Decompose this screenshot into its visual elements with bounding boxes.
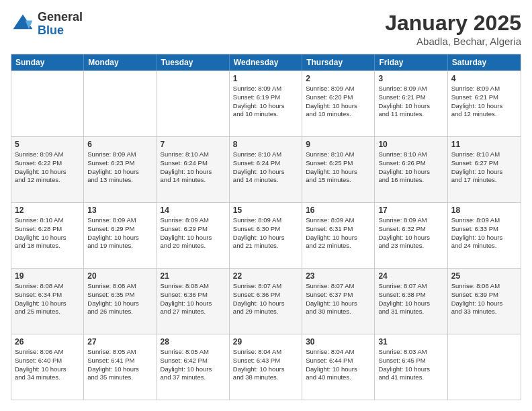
day-number: 27 <box>87 337 152 347</box>
day-number: 22 <box>233 271 298 281</box>
cal-cell-4-1: 19Sunrise: 8:08 AMSunset: 6:34 PMDayligh… <box>11 269 84 334</box>
page: General Blue January 2025 Abadla, Bechar… <box>0 0 532 411</box>
day-info-text: Sunrise: 8:07 AMSunset: 6:37 PMDaylight:… <box>306 282 357 315</box>
cal-header-cell-tuesday: Tuesday <box>157 54 230 71</box>
cal-cell-3-1: 12Sunrise: 8:10 AMSunset: 6:28 PMDayligh… <box>11 203 84 268</box>
cal-header-cell-saturday: Saturday <box>448 54 521 71</box>
day-info-text: Sunrise: 8:10 AMSunset: 6:27 PMDaylight:… <box>451 150 503 183</box>
cal-cell-2-6: 10Sunrise: 8:10 AMSunset: 6:26 PMDayligh… <box>375 137 447 202</box>
day-number: 8 <box>233 140 298 149</box>
title-block: January 2025 Abadla, Bechar, Algeria <box>385 11 521 47</box>
cal-cell-5-1: 26Sunrise: 8:06 AMSunset: 6:40 PMDayligh… <box>11 334 84 400</box>
day-info-text: Sunrise: 8:10 AMSunset: 6:25 PMDaylight:… <box>306 150 357 183</box>
cal-cell-1-3 <box>157 71 230 136</box>
day-number: 9 <box>306 140 371 149</box>
cal-cell-4-7: 25Sunrise: 8:06 AMSunset: 6:39 PMDayligh… <box>448 269 521 334</box>
day-info-text: Sunrise: 8:10 AMSunset: 6:26 PMDaylight:… <box>378 150 430 183</box>
cal-cell-1-6: 3Sunrise: 8:09 AMSunset: 6:21 PMDaylight… <box>375 71 447 136</box>
cal-cell-1-2 <box>84 71 157 136</box>
cal-cell-2-4: 8Sunrise: 8:10 AMSunset: 6:24 PMDaylight… <box>230 137 302 202</box>
cal-cell-2-7: 11Sunrise: 8:10 AMSunset: 6:27 PMDayligh… <box>448 137 521 202</box>
day-info-text: Sunrise: 8:09 AMSunset: 6:19 PMDaylight:… <box>233 85 285 118</box>
day-number: 20 <box>87 271 152 281</box>
cal-cell-4-6: 24Sunrise: 8:07 AMSunset: 6:38 PMDayligh… <box>375 269 447 334</box>
day-info-text: Sunrise: 8:09 AMSunset: 6:21 PMDaylight:… <box>451 85 503 118</box>
cal-cell-5-4: 29Sunrise: 8:04 AMSunset: 6:43 PMDayligh… <box>230 334 302 400</box>
calendar-row-2: 5Sunrise: 8:09 AMSunset: 6:22 PMDaylight… <box>11 136 521 202</box>
cal-cell-3-5: 16Sunrise: 8:09 AMSunset: 6:31 PMDayligh… <box>302 203 375 268</box>
day-number: 31 <box>378 337 443 347</box>
cal-cell-4-5: 23Sunrise: 8:07 AMSunset: 6:37 PMDayligh… <box>302 269 375 334</box>
day-info-text: Sunrise: 8:10 AMSunset: 6:28 PMDaylight:… <box>15 216 66 249</box>
cal-cell-2-1: 5Sunrise: 8:09 AMSunset: 6:22 PMDaylight… <box>11 137 84 202</box>
cal-cell-4-4: 22Sunrise: 8:07 AMSunset: 6:36 PMDayligh… <box>230 269 302 334</box>
day-info-text: Sunrise: 8:09 AMSunset: 6:30 PMDaylight:… <box>233 216 285 249</box>
cal-header-cell-sunday: Sunday <box>11 54 84 71</box>
logo-general: General <box>38 11 83 24</box>
cal-cell-1-7: 4Sunrise: 8:09 AMSunset: 6:21 PMDaylight… <box>448 71 521 136</box>
day-number: 16 <box>306 205 371 215</box>
cal-cell-5-5: 30Sunrise: 8:04 AMSunset: 6:44 PMDayligh… <box>302 334 375 400</box>
calendar-row-4: 19Sunrise: 8:08 AMSunset: 6:34 PMDayligh… <box>11 268 521 334</box>
day-number: 3 <box>378 74 443 83</box>
day-number: 5 <box>15 140 80 149</box>
cal-cell-3-2: 13Sunrise: 8:09 AMSunset: 6:29 PMDayligh… <box>84 203 157 268</box>
day-info-text: Sunrise: 8:09 AMSunset: 6:23 PMDaylight:… <box>87 150 139 183</box>
calendar-header-row: SundayMondayTuesdayWednesdayThursdayFrid… <box>11 54 521 71</box>
cal-cell-5-7 <box>448 334 521 400</box>
cal-cell-3-3: 14Sunrise: 8:09 AMSunset: 6:29 PMDayligh… <box>157 203 230 268</box>
cal-cell-2-2: 6Sunrise: 8:09 AMSunset: 6:23 PMDaylight… <box>84 137 157 202</box>
calendar: SundayMondayTuesdayWednesdayThursdayFrid… <box>11 54 521 400</box>
day-number: 29 <box>233 337 298 347</box>
day-info-text: Sunrise: 8:09 AMSunset: 6:31 PMDaylight:… <box>306 216 357 249</box>
day-info-text: Sunrise: 8:07 AMSunset: 6:38 PMDaylight:… <box>378 282 430 315</box>
day-info-text: Sunrise: 8:04 AMSunset: 6:43 PMDaylight:… <box>233 348 285 381</box>
day-number: 25 <box>451 271 517 281</box>
logo-text: General Blue <box>38 11 83 38</box>
header: General Blue January 2025 Abadla, Bechar… <box>11 11 521 47</box>
day-number: 13 <box>87 205 152 215</box>
cal-header-cell-monday: Monday <box>84 54 157 71</box>
day-number: 14 <box>161 205 226 215</box>
calendar-row-5: 26Sunrise: 8:06 AMSunset: 6:40 PMDayligh… <box>11 334 521 400</box>
day-info-text: Sunrise: 8:08 AMSunset: 6:34 PMDaylight:… <box>15 282 66 315</box>
day-number: 2 <box>306 74 371 83</box>
day-number: 10 <box>378 140 443 149</box>
day-info-text: Sunrise: 8:09 AMSunset: 6:22 PMDaylight:… <box>15 150 66 183</box>
cal-cell-3-4: 15Sunrise: 8:09 AMSunset: 6:30 PMDayligh… <box>230 203 302 268</box>
day-info-text: Sunrise: 8:09 AMSunset: 6:20 PMDaylight:… <box>306 85 357 118</box>
cal-header-cell-wednesday: Wednesday <box>230 54 302 71</box>
day-info-text: Sunrise: 8:08 AMSunset: 6:35 PMDaylight:… <box>87 282 139 315</box>
cal-cell-2-5: 9Sunrise: 8:10 AMSunset: 6:25 PMDaylight… <box>302 137 375 202</box>
cal-cell-2-3: 7Sunrise: 8:10 AMSunset: 6:24 PMDaylight… <box>157 137 230 202</box>
logo-icon <box>11 12 35 36</box>
month-title: January 2025 <box>385 11 521 36</box>
cal-header-cell-thursday: Thursday <box>302 54 375 71</box>
logo-blue: Blue <box>38 24 83 38</box>
cal-cell-3-7: 18Sunrise: 8:09 AMSunset: 6:33 PMDayligh… <box>448 203 521 268</box>
cal-cell-1-1 <box>11 71 84 136</box>
day-number: 17 <box>378 205 443 215</box>
day-number: 4 <box>451 74 517 83</box>
cal-header-cell-friday: Friday <box>375 54 447 71</box>
day-number: 30 <box>306 337 371 347</box>
calendar-body: 1Sunrise: 8:09 AMSunset: 6:19 PMDaylight… <box>11 71 521 400</box>
day-number: 6 <box>87 140 152 149</box>
day-number: 7 <box>161 140 226 149</box>
day-info-text: Sunrise: 8:10 AMSunset: 6:24 PMDaylight:… <box>161 150 212 183</box>
day-number: 28 <box>161 337 226 347</box>
day-number: 1 <box>233 74 298 83</box>
day-info-text: Sunrise: 8:09 AMSunset: 6:21 PMDaylight:… <box>378 85 430 118</box>
day-number: 24 <box>378 271 443 281</box>
day-number: 26 <box>15 337 80 347</box>
cal-cell-5-3: 28Sunrise: 8:05 AMSunset: 6:42 PMDayligh… <box>157 334 230 400</box>
day-info-text: Sunrise: 8:03 AMSunset: 6:45 PMDaylight:… <box>378 348 430 381</box>
day-number: 18 <box>451 205 517 215</box>
day-info-text: Sunrise: 8:08 AMSunset: 6:36 PMDaylight:… <box>161 282 212 315</box>
calendar-row-1: 1Sunrise: 8:09 AMSunset: 6:19 PMDaylight… <box>11 71 521 136</box>
day-info-text: Sunrise: 8:09 AMSunset: 6:33 PMDaylight:… <box>451 216 503 249</box>
cal-cell-3-6: 17Sunrise: 8:09 AMSunset: 6:32 PMDayligh… <box>375 203 447 268</box>
day-info-text: Sunrise: 8:09 AMSunset: 6:29 PMDaylight:… <box>161 216 212 249</box>
location-subtitle: Abadla, Bechar, Algeria <box>385 36 521 47</box>
calendar-row-3: 12Sunrise: 8:10 AMSunset: 6:28 PMDayligh… <box>11 202 521 268</box>
